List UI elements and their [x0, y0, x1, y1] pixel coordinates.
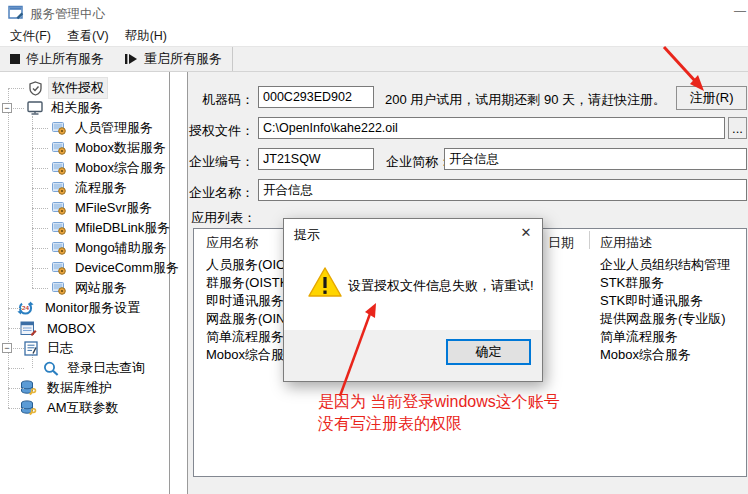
tree-item-label: Monitor服务设置	[42, 298, 143, 318]
app-desc-cell: 企业人员组织结构管理	[600, 256, 730, 274]
tree-item-mobox-data-service[interactable]: Mobox数据服务	[0, 138, 170, 158]
tree-item-label: MfileDBLink服务	[72, 218, 173, 238]
tree-item-mfilesvr-service[interactable]: MFileSvr服务	[0, 198, 170, 218]
tree-item-label: 日志	[44, 338, 76, 358]
machine-code-label: 机器码：	[188, 91, 254, 109]
app-desc-cell: Mobox综合服务	[600, 346, 691, 364]
tree-item-related-services[interactable]: − 相关服务	[0, 98, 170, 118]
company-name-input[interactable]	[258, 179, 747, 201]
database-wrench-icon	[16, 400, 40, 416]
ok-button[interactable]: 确定	[446, 339, 531, 365]
tree-item-label: Mongo辅助服务	[72, 238, 170, 258]
app-desc-cell: STK即时通讯服务	[600, 292, 703, 310]
stop-all-services-label: 停止所有服务	[26, 50, 104, 68]
tree-item-label: 相关服务	[48, 98, 106, 118]
tree-item-mfiledblink-service[interactable]: MfileDBLink服务	[0, 218, 170, 238]
toolbar: 停止所有服务 重启所有服务	[0, 46, 748, 72]
close-icon[interactable]: ✕	[510, 219, 542, 247]
annotation-note: 是因为 当前登录windows这个账号 没有写注册表的权限	[318, 391, 560, 435]
service-gear-icon	[50, 240, 68, 256]
tree-item-label: 登录日志查询	[64, 358, 148, 378]
tree-item-label: Mobox综合服务	[72, 158, 169, 178]
register-button[interactable]: 注册(R)	[676, 86, 747, 110]
company-name-label: 企业名称：	[188, 184, 254, 202]
tree-item-devicecomm-service[interactable]: DeviceComm服务	[0, 258, 170, 278]
tree-item-personnel-service[interactable]: 人员管理服务	[0, 118, 170, 138]
search-icon	[42, 360, 60, 376]
tree-item-mobox[interactable]: MOBOX	[0, 318, 170, 338]
trial-status-text: 200 用户试用，试用期还剩 90 天，请赶快注册。	[385, 91, 666, 109]
column-header-app-desc[interactable]: 应用描述	[600, 234, 652, 252]
company-short-label: 企业简称：	[386, 153, 451, 171]
stop-icon	[10, 54, 20, 64]
tree-item-logs[interactable]: − 日志	[0, 338, 170, 358]
tree-item-mobox-composite-service[interactable]: Mobox综合服务	[0, 158, 170, 178]
menu-help[interactable]: 帮助(H)	[117, 26, 175, 47]
menu-view[interactable]: 查看(V)	[59, 26, 117, 47]
service-tree: 软件授权 − 相关服务 人员管理服务 Mobox数据服务 Mobox综合服务 流…	[0, 72, 170, 494]
dialog-title: 提示	[294, 226, 320, 244]
tree-item-website-service[interactable]: 网站服务	[0, 278, 170, 298]
tree-item-login-log-query[interactable]: 登录日志查询	[0, 358, 170, 378]
tree-item-label: MOBOX	[44, 320, 98, 337]
menu-file[interactable]: 文件(F)	[2, 26, 59, 47]
service-gear-icon	[50, 220, 68, 236]
app-desc-cell: 提供网盘服务(专业版)	[600, 310, 726, 328]
app-list-label: 应用列表：	[191, 209, 256, 227]
browse-button[interactable]: ...	[728, 117, 747, 139]
column-header-app-name[interactable]: 应用名称	[206, 234, 258, 252]
collapse-toggle-icon[interactable]: −	[2, 343, 12, 353]
service-gear-icon	[50, 140, 68, 156]
tree-item-workflow-service[interactable]: 流程服务	[0, 178, 170, 198]
window-title: 服务管理中心	[30, 6, 105, 23]
database-wrench-icon	[16, 380, 40, 396]
tree-item-label: 网站服务	[72, 278, 130, 298]
service-gear-icon	[50, 160, 68, 176]
tree-item-label: 软件授权	[48, 77, 108, 99]
dialog-message: 设置授权文件信息失败，请重试!	[348, 277, 534, 295]
tree-item-label: Mobox数据服务	[72, 138, 169, 158]
service-gear-icon	[50, 260, 68, 276]
dialog-body: 设置授权文件信息失败，请重试!	[284, 247, 542, 331]
company-code-label: 企业编号：	[188, 153, 254, 171]
app-desc-cell: STK群服务	[600, 274, 664, 292]
collapse-toggle-icon[interactable]: −	[2, 103, 12, 113]
restart-all-services-label: 重启所有服务	[144, 50, 222, 68]
tree-item-database-maintenance[interactable]: 数据库维护	[0, 378, 170, 398]
tree-item-label: MFileSvr服务	[72, 198, 155, 218]
service-gear-icon	[50, 280, 68, 296]
form-icon	[16, 320, 40, 336]
tree-item-label: DeviceComm服务	[72, 258, 182, 278]
dialog-footer: 确定	[284, 330, 542, 381]
license-file-input[interactable]	[258, 117, 725, 139]
restart-all-services-button[interactable]: 重启所有服务	[114, 47, 232, 71]
menu-bar: 文件(F) 查看(V) 帮助(H)	[0, 27, 748, 46]
annotation-note-line1: 是因为 当前登录windows这个账号	[318, 391, 560, 413]
column-divider[interactable]	[589, 231, 590, 249]
shield-check-icon	[26, 80, 44, 96]
stop-all-services-button[interactable]: 停止所有服务	[0, 47, 114, 71]
service-gear-icon	[50, 180, 68, 196]
monitor-icon	[26, 100, 44, 116]
tree-item-label: AM互联参数	[44, 398, 122, 418]
log-icon	[22, 340, 40, 356]
column-header-date[interactable]: 日期	[548, 234, 574, 252]
tree-item-monitor-settings[interactable]: 24 Monitor服务设置	[0, 298, 170, 318]
company-short-input[interactable]	[444, 148, 747, 170]
service-gear-icon	[50, 120, 68, 136]
minimize-button[interactable]: —	[734, 2, 746, 20]
company-code-input[interactable]	[258, 148, 374, 170]
message-dialog: 提示 ✕ 设置授权文件信息失败，请重试! 确定	[283, 218, 543, 382]
tree-item-label: 流程服务	[72, 178, 130, 198]
license-file-label: 授权文件：	[188, 122, 254, 140]
machine-code-input[interactable]	[258, 86, 374, 108]
warning-icon	[308, 266, 342, 301]
tree-item-am-interconnect-params[interactable]: AM互联参数	[0, 398, 170, 418]
tree-item-software-license[interactable]: 软件授权	[0, 78, 170, 98]
sync-arrows-icon: 24	[12, 300, 38, 316]
title-bar: 服务管理中心 —	[0, 0, 748, 27]
tree-item-mongo-helper-service[interactable]: Mongo辅助服务	[0, 238, 170, 258]
toolbar-separator	[232, 47, 233, 71]
annotation-note-line2: 没有写注册表的权限	[318, 413, 560, 435]
service-gear-icon	[50, 200, 68, 216]
